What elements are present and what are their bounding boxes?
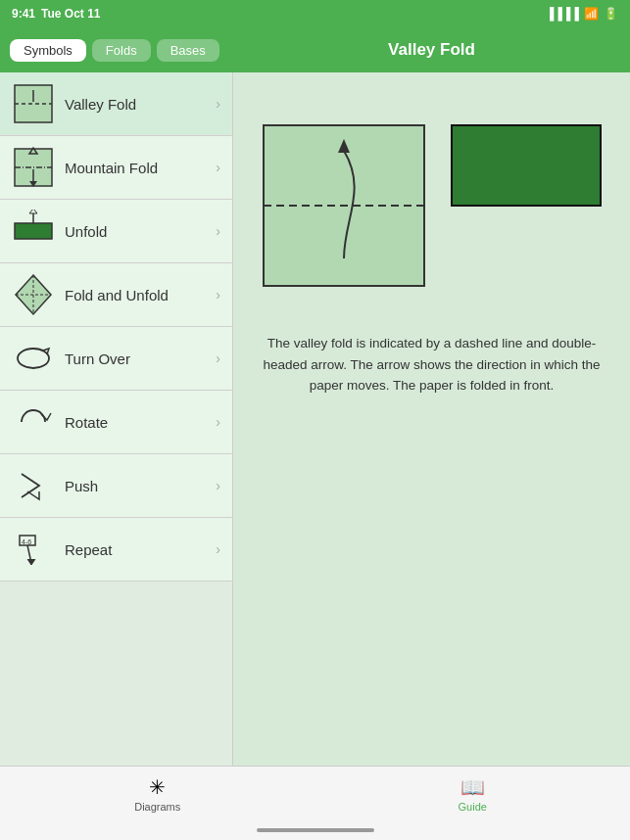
status-date: Tue Oct 11 (41, 7, 100, 21)
repeat-chevron: › (216, 541, 220, 557)
turn-over-chevron: › (216, 350, 220, 366)
nav-title: Valley Fold (388, 40, 475, 60)
diagrams-area (260, 121, 605, 294)
tab-symbols[interactable]: Symbols (10, 39, 86, 62)
sidebar-item-unfold[interactable]: Unfold › (0, 200, 232, 263)
top-nav-bar: Symbols Folds Bases Valley Fold (0, 27, 630, 72)
folded-result-svg (448, 121, 605, 210)
valley-fold-diagram (260, 121, 428, 294)
sidebar-empty (0, 582, 232, 766)
sidebar-item-rotate[interactable]: Rotate › (0, 391, 232, 454)
repeat-label: Repeat (65, 541, 216, 558)
folded-result-diagram (448, 121, 605, 213)
sidebar-item-mountain-fold[interactable]: Mountain Fold › (0, 136, 232, 200)
unfold-chevron: › (216, 223, 220, 239)
mountain-fold-chevron: › (216, 160, 220, 175)
mountain-fold-icon (12, 146, 55, 189)
right-panel: The valley fold is indicated by a dashed… (233, 72, 630, 766)
fold-and-unfold-label: Fold and Unfold (65, 287, 216, 303)
repeat-icon: 4-6 (12, 528, 55, 571)
push-label: Push (65, 478, 216, 494)
rotate-icon (12, 400, 55, 443)
home-bar (257, 828, 374, 832)
valley-fold-svg (260, 121, 428, 290)
signal-icon: ▐▐▐▐ (546, 7, 579, 21)
sidebar: Valley Fold › Mountain Fold › (0, 72, 233, 766)
unfold-icon (12, 210, 55, 253)
mountain-fold-label: Mountain Fold (65, 160, 216, 176)
tab-bases[interactable]: Bases (157, 39, 219, 62)
home-indicator (0, 820, 630, 840)
valley-fold-icon (12, 82, 55, 125)
sidebar-item-valley-fold[interactable]: Valley Fold › (0, 72, 232, 136)
rotate-chevron: › (216, 414, 220, 430)
svg-point-11 (18, 349, 49, 368)
rotate-label: Rotate (65, 414, 216, 431)
svg-marker-7 (29, 210, 37, 213)
valley-fold-chevron: › (216, 96, 220, 112)
status-time: 9:41 (12, 7, 35, 21)
guide-icon: 📖 (460, 775, 485, 799)
turn-over-label: Turn Over (65, 350, 216, 367)
diagrams-tab-label: Diagrams (134, 801, 180, 813)
status-right: ▐▐▐▐ 📶 🔋 (546, 7, 618, 21)
sidebar-item-repeat[interactable]: 4-6 Repeat › (0, 518, 232, 582)
status-left: 9:41 Tue Oct 11 (12, 7, 101, 21)
diagrams-icon: ✳ (149, 775, 166, 799)
wifi-icon: 📶 (584, 7, 599, 21)
fold-and-unfold-icon (12, 273, 55, 316)
svg-rect-6 (15, 223, 52, 239)
status-bar: 9:41 Tue Oct 11 ▐▐▐▐ 📶 🔋 (0, 0, 630, 27)
description-text: The valley fold is indicated by a dashed… (263, 333, 601, 397)
main-content: Valley Fold › Mountain Fold › (0, 72, 630, 766)
svg-rect-18 (452, 125, 601, 206)
fold-and-unfold-chevron: › (216, 287, 220, 303)
guide-tab-label: Guide (459, 801, 487, 813)
unfold-label: Unfold (65, 223, 216, 240)
sidebar-item-push[interactable]: Push › (0, 454, 232, 518)
sidebar-item-turn-over[interactable]: Turn Over › (0, 327, 232, 391)
turn-over-icon (12, 337, 55, 380)
tab-folds[interactable]: Folds (92, 39, 151, 62)
bottom-tab-bar: ✳ Diagrams 📖 Guide (0, 766, 630, 820)
valley-fold-label: Valley Fold (65, 96, 216, 113)
push-chevron: › (216, 478, 220, 493)
svg-text:4-6: 4-6 (22, 538, 31, 545)
battery-icon: 🔋 (604, 7, 618, 21)
bottom-tab-diagrams[interactable]: ✳ Diagrams (0, 775, 315, 813)
push-icon (12, 464, 55, 507)
sidebar-item-fold-and-unfold[interactable]: Fold and Unfold › (0, 263, 232, 327)
bottom-tab-guide[interactable]: 📖 Guide (315, 775, 631, 813)
